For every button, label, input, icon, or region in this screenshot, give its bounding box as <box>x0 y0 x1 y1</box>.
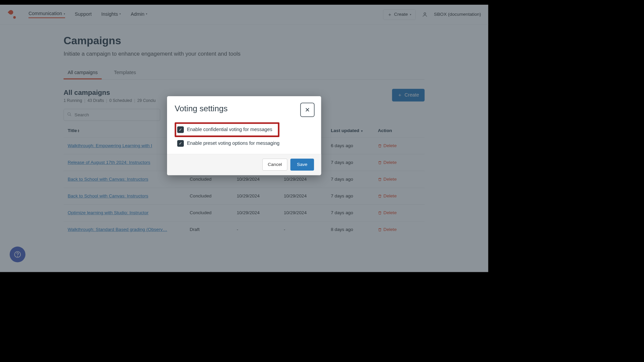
close-button[interactable]: ✕ <box>300 103 314 117</box>
app-root: Communication▾ Support Insights▾ Admin▾ … <box>0 5 488 272</box>
modal-footer: Cancel Save <box>167 154 321 175</box>
checkbox-row-confidential[interactable]: ✓ Enable confidential voting for message… <box>177 125 272 135</box>
cancel-button[interactable]: Cancel <box>262 159 287 171</box>
modal-title: Voting settings <box>175 104 314 113</box>
close-icon: ✕ <box>305 106 310 113</box>
checkbox-label: Enable confidential voting for messages <box>187 127 272 133</box>
checkbox-label: Enable preset voting options for messagi… <box>187 141 279 146</box>
highlighted-option: ✓ Enable confidential voting for message… <box>175 122 279 137</box>
modal-overlay[interactable]: Voting settings ✕ ✓ Enable confidential … <box>0 5 488 272</box>
checkbox-checked-icon[interactable]: ✓ <box>177 140 184 147</box>
save-button[interactable]: Save <box>290 159 314 171</box>
voting-settings-modal: Voting settings ✕ ✓ Enable confidential … <box>167 96 321 175</box>
checkbox-row-preset[interactable]: ✓ Enable preset voting options for messa… <box>175 138 314 148</box>
checkbox-checked-icon[interactable]: ✓ <box>177 126 184 133</box>
